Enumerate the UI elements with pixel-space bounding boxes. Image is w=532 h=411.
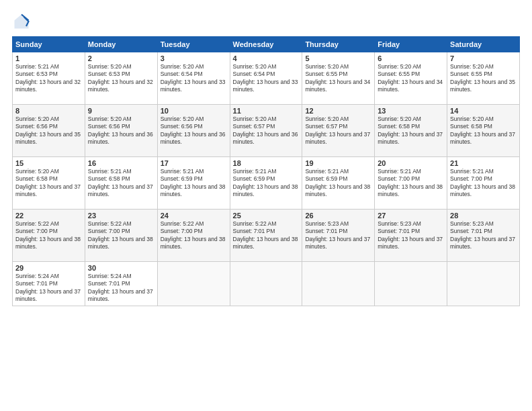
calendar-cell: 23 Sunrise: 5:22 AM Sunset: 7:00 PM Dayl…: [85, 210, 157, 262]
day-info: Sunrise: 5:23 AM Sunset: 7:01 PM Dayligh…: [450, 220, 517, 251]
day-number: 27: [378, 212, 444, 220]
day-info: Sunrise: 5:21 AM Sunset: 6:59 PM Dayligh…: [305, 168, 371, 199]
calendar-cell: 10 Sunrise: 5:20 AM Sunset: 6:56 PM Dayl…: [157, 105, 230, 157]
calendar-cell: 28 Sunrise: 5:23 AM Sunset: 7:01 PM Dayl…: [447, 210, 520, 262]
day-number: 16: [88, 159, 154, 167]
weekday-header: Tuesday: [157, 37, 230, 52]
day-number: 6: [378, 54, 444, 62]
day-number: 24: [161, 212, 227, 220]
calendar-cell: 27 Sunrise: 5:23 AM Sunset: 7:01 PM Dayl…: [375, 210, 447, 262]
day-number: 26: [305, 212, 371, 220]
day-number: 4: [233, 54, 300, 62]
day-info: Sunrise: 5:20 AM Sunset: 6:58 PM Dayligh…: [15, 168, 82, 199]
calendar-cell: 1 Sunrise: 5:21 AM Sunset: 6:53 PM Dayli…: [13, 52, 85, 105]
calendar-cell: 11 Sunrise: 5:20 AM Sunset: 6:57 PM Dayl…: [230, 105, 302, 157]
calendar-week-row: 8 Sunrise: 5:20 AM Sunset: 6:56 PM Dayli…: [13, 105, 520, 157]
day-info: Sunrise: 5:20 AM Sunset: 6:55 PM Dayligh…: [378, 63, 444, 94]
calendar-cell: 14 Sunrise: 5:20 AM Sunset: 6:58 PM Dayl…: [447, 105, 520, 157]
calendar-cell: [375, 262, 447, 306]
day-info: Sunrise: 5:20 AM Sunset: 6:54 PM Dayligh…: [233, 63, 300, 94]
weekday-header: Friday: [375, 37, 447, 52]
day-info: Sunrise: 5:20 AM Sunset: 6:54 PM Dayligh…: [161, 63, 227, 94]
calendar-cell: 9 Sunrise: 5:20 AM Sunset: 6:56 PM Dayli…: [85, 105, 157, 157]
day-info: Sunrise: 5:21 AM Sunset: 7:00 PM Dayligh…: [378, 168, 444, 199]
day-info: Sunrise: 5:22 AM Sunset: 7:00 PM Dayligh…: [15, 220, 82, 251]
day-number: 1: [15, 54, 82, 62]
day-number: 10: [161, 107, 227, 115]
calendar-cell: 26 Sunrise: 5:23 AM Sunset: 7:01 PM Dayl…: [302, 210, 375, 262]
logo-icon: [12, 12, 31, 31]
calendar-cell: 25 Sunrise: 5:22 AM Sunset: 7:01 PM Dayl…: [230, 210, 302, 262]
calendar-cell: [447, 262, 520, 306]
day-number: 7: [450, 54, 517, 62]
day-number: 8: [15, 107, 82, 115]
calendar-cell: 20 Sunrise: 5:21 AM Sunset: 7:00 PM Dayl…: [375, 157, 447, 210]
day-info: Sunrise: 5:20 AM Sunset: 6:55 PM Dayligh…: [450, 63, 517, 94]
day-info: Sunrise: 5:21 AM Sunset: 6:59 PM Dayligh…: [233, 168, 300, 199]
day-info: Sunrise: 5:21 AM Sunset: 6:53 PM Dayligh…: [15, 63, 82, 94]
day-info: Sunrise: 5:20 AM Sunset: 6:56 PM Dayligh…: [88, 116, 154, 146]
day-number: 5: [305, 54, 371, 62]
day-info: Sunrise: 5:20 AM Sunset: 6:56 PM Dayligh…: [161, 116, 227, 146]
day-info: Sunrise: 5:20 AM Sunset: 6:58 PM Dayligh…: [450, 116, 517, 146]
page-header: [12, 12, 520, 31]
day-number: 29: [15, 264, 82, 272]
calendar-cell: 16 Sunrise: 5:21 AM Sunset: 6:58 PM Dayl…: [85, 157, 157, 210]
day-number: 20: [378, 159, 444, 167]
weekday-header-row: SundayMondayTuesdayWednesdayThursdayFrid…: [13, 37, 520, 52]
day-info: Sunrise: 5:20 AM Sunset: 6:53 PM Dayligh…: [88, 63, 154, 94]
calendar-cell: 17 Sunrise: 5:21 AM Sunset: 6:59 PM Dayl…: [157, 157, 230, 210]
day-number: 23: [88, 212, 154, 220]
day-number: 28: [450, 212, 517, 220]
day-info: Sunrise: 5:22 AM Sunset: 7:00 PM Dayligh…: [161, 220, 227, 251]
day-info: Sunrise: 5:20 AM Sunset: 6:57 PM Dayligh…: [305, 116, 371, 146]
calendar-cell: 6 Sunrise: 5:20 AM Sunset: 6:55 PM Dayli…: [375, 52, 447, 105]
weekday-header: Thursday: [302, 37, 375, 52]
day-number: 2: [88, 54, 154, 62]
calendar-cell: 2 Sunrise: 5:20 AM Sunset: 6:53 PM Dayli…: [85, 52, 157, 105]
day-info: Sunrise: 5:22 AM Sunset: 7:00 PM Dayligh…: [88, 220, 154, 251]
day-info: Sunrise: 5:20 AM Sunset: 6:55 PM Dayligh…: [305, 63, 371, 94]
day-number: 15: [15, 159, 82, 167]
weekday-header: Wednesday: [230, 37, 302, 52]
day-number: 14: [450, 107, 517, 115]
day-number: 18: [233, 159, 300, 167]
day-info: Sunrise: 5:21 AM Sunset: 6:58 PM Dayligh…: [88, 168, 154, 199]
day-info: Sunrise: 5:21 AM Sunset: 7:00 PM Dayligh…: [450, 168, 517, 199]
day-number: 3: [161, 54, 227, 62]
day-info: Sunrise: 5:24 AM Sunset: 7:01 PM Dayligh…: [15, 273, 82, 304]
calendar-cell: [230, 262, 302, 306]
day-info: Sunrise: 5:23 AM Sunset: 7:01 PM Dayligh…: [378, 220, 444, 251]
day-info: Sunrise: 5:20 AM Sunset: 6:58 PM Dayligh…: [378, 116, 444, 146]
calendar-cell: [302, 262, 375, 306]
day-number: 19: [305, 159, 371, 167]
calendar-cell: 5 Sunrise: 5:20 AM Sunset: 6:55 PM Dayli…: [302, 52, 375, 105]
day-number: 30: [88, 264, 154, 272]
calendar-cell: 7 Sunrise: 5:20 AM Sunset: 6:55 PM Dayli…: [447, 52, 520, 105]
calendar-week-row: 15 Sunrise: 5:20 AM Sunset: 6:58 PM Dayl…: [13, 157, 520, 210]
day-number: 21: [450, 159, 517, 167]
calendar-week-row: 1 Sunrise: 5:21 AM Sunset: 6:53 PM Dayli…: [13, 52, 520, 105]
calendar-cell: 12 Sunrise: 5:20 AM Sunset: 6:57 PM Dayl…: [302, 105, 375, 157]
logo: [12, 12, 34, 31]
calendar-cell: 8 Sunrise: 5:20 AM Sunset: 6:56 PM Dayli…: [13, 105, 85, 157]
calendar-cell: 3 Sunrise: 5:20 AM Sunset: 6:54 PM Dayli…: [157, 52, 230, 105]
calendar-week-row: 29 Sunrise: 5:24 AM Sunset: 7:01 PM Dayl…: [13, 262, 520, 306]
weekday-header: Sunday: [13, 37, 85, 52]
day-number: 12: [305, 107, 371, 115]
day-info: Sunrise: 5:21 AM Sunset: 6:59 PM Dayligh…: [161, 168, 227, 199]
calendar-cell: 18 Sunrise: 5:21 AM Sunset: 6:59 PM Dayl…: [230, 157, 302, 210]
weekday-header: Saturday: [447, 37, 520, 52]
calendar-cell: 30 Sunrise: 5:24 AM Sunset: 7:01 PM Dayl…: [85, 262, 157, 306]
day-info: Sunrise: 5:20 AM Sunset: 6:57 PM Dayligh…: [233, 116, 300, 146]
calendar-cell: 15 Sunrise: 5:20 AM Sunset: 6:58 PM Dayl…: [13, 157, 85, 210]
day-number: 13: [378, 107, 444, 115]
calendar-cell: 13 Sunrise: 5:20 AM Sunset: 6:58 PM Dayl…: [375, 105, 447, 157]
day-info: Sunrise: 5:24 AM Sunset: 7:01 PM Dayligh…: [88, 273, 154, 304]
day-number: 25: [233, 212, 300, 220]
day-info: Sunrise: 5:23 AM Sunset: 7:01 PM Dayligh…: [305, 220, 371, 251]
calendar-cell: 24 Sunrise: 5:22 AM Sunset: 7:00 PM Dayl…: [157, 210, 230, 262]
weekday-header: Monday: [85, 37, 157, 52]
calendar-cell: 21 Sunrise: 5:21 AM Sunset: 7:00 PM Dayl…: [447, 157, 520, 210]
day-info: Sunrise: 5:22 AM Sunset: 7:01 PM Dayligh…: [233, 220, 300, 251]
